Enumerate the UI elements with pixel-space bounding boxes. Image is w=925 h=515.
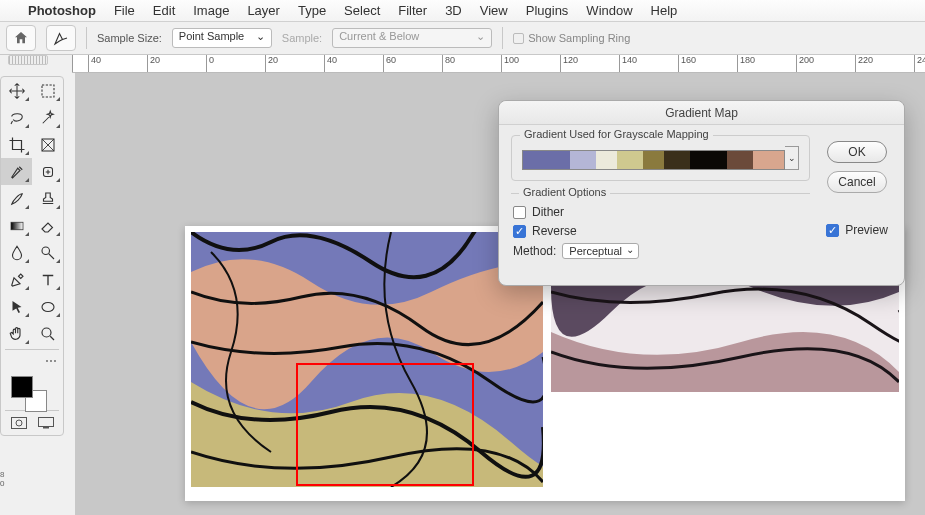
tool-blur[interactable] [1,239,32,266]
tool-gradient[interactable] [1,212,32,239]
vertical-ruler-label: 8 0 [0,470,4,488]
svg-rect-12 [43,427,49,429]
horizontal-ruler[interactable]: 4020020406080100120140160180200220240 [72,55,925,73]
app-name[interactable]: Photoshop [28,3,96,18]
home-button[interactable] [6,25,36,51]
dialog-title[interactable]: Gradient Map [499,101,904,125]
panel-grip[interactable] [8,55,48,65]
svg-point-6 [42,247,50,255]
color-swatches[interactable] [1,370,63,408]
menu-type[interactable]: Type [298,3,326,18]
method-label: Method: [513,244,556,258]
tool-crop[interactable] [1,131,32,158]
tool-hand[interactable] [1,320,32,347]
tool-healing[interactable] [32,158,63,185]
gradient-mapping-group: Gradient Used for Grayscale Mapping ⌄ [511,135,810,181]
svg-rect-11 [38,417,53,426]
separator [86,27,87,49]
tool-type[interactable] [32,266,63,293]
menu-select[interactable]: Select [344,3,380,18]
gradient-map-dialog: Gradient Map Gradient Used for Grayscale… [498,100,905,286]
tool-marquee[interactable] [32,77,63,104]
show-sampling-ring-checkbox[interactable]: Show Sampling Ring [513,32,630,44]
preview-checkbox[interactable]: ✓Preview [826,223,888,237]
tools-panel: ⋯ [0,76,64,436]
screenmode-icon[interactable] [38,417,54,432]
tool-eraser[interactable] [32,212,63,239]
svg-rect-5 [11,222,23,230]
ok-button[interactable]: OK [827,141,887,163]
tool-stamp[interactable] [32,185,63,212]
menu-plugins[interactable]: Plugins [526,3,569,18]
separator [502,27,503,49]
tool-more[interactable]: ⋯ [1,352,63,370]
menu-3d[interactable]: 3D [445,3,462,18]
method-select[interactable]: Perceptual [562,243,639,259]
menu-edit[interactable]: Edit [153,3,175,18]
tool-eyedropper[interactable] [1,158,32,185]
options-bar: Sample Size: Point Sample ⌄ Sample: Curr… [0,22,925,55]
tool-dodge[interactable] [32,239,63,266]
quickmask-icon[interactable] [11,417,27,432]
tool-move[interactable] [1,77,32,104]
gradient-preview[interactable] [522,150,785,170]
menu-window[interactable]: Window [586,3,632,18]
current-tool-icon[interactable] [46,25,76,51]
tool-lasso[interactable] [1,104,32,131]
tool-magic-wand[interactable] [32,104,63,131]
menu-file[interactable]: File [114,3,135,18]
menu-image[interactable]: Image [193,3,229,18]
svg-point-8 [42,328,51,337]
macos-menubar: Photoshop File Edit Image Layer Type Sel… [0,0,925,22]
method-row: Method: Perceptual [513,243,808,259]
selection-marquee[interactable] [296,363,474,486]
sample-select: Current & Below ⌄ [332,28,492,48]
tool-shape[interactable] [32,293,63,320]
cancel-button[interactable]: Cancel [827,171,887,193]
gradient-options-group: Gradient Options Dither ✓Reverse Method:… [511,193,810,259]
svg-point-10 [16,420,22,426]
svg-rect-2 [42,85,54,97]
sample-size-select[interactable]: Point Sample ⌄ [172,28,272,48]
sample-size-label: Sample Size: [97,32,162,44]
tool-frame[interactable] [32,131,63,158]
menu-filter[interactable]: Filter [398,3,427,18]
gradient-mapping-legend: Gradient Used for Grayscale Mapping [520,128,713,140]
menu-help[interactable]: Help [651,3,678,18]
tool-path-select[interactable] [1,293,32,320]
reverse-checkbox[interactable]: ✓Reverse [513,224,808,238]
gradient-options-legend: Gradient Options [519,186,610,198]
tool-brush[interactable] [1,185,32,212]
dither-checkbox[interactable]: Dither [513,205,808,219]
menu-view[interactable]: View [480,3,508,18]
swatch-foreground[interactable] [11,376,33,398]
tool-pen[interactable] [1,266,32,293]
svg-point-7 [42,302,54,311]
gradient-dropdown[interactable]: ⌄ [785,146,799,170]
tool-zoom[interactable] [32,320,63,347]
sample-label: Sample: [282,32,322,44]
svg-rect-9 [11,417,26,428]
menu-layer[interactable]: Layer [247,3,280,18]
